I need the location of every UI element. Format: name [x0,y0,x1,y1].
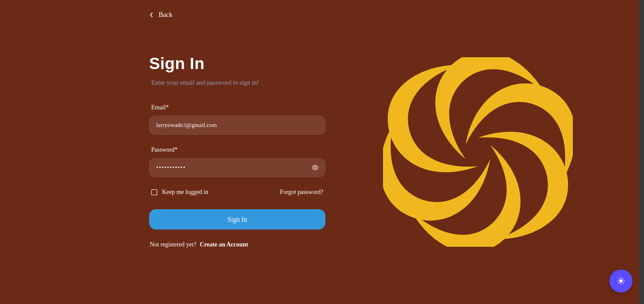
sun-icon [617,277,625,285]
back-link[interactable]: Back [149,11,173,19]
email-label: Email* [151,104,325,111]
back-label: Back [159,11,173,19]
password-field[interactable] [149,158,325,177]
svg-line-6 [618,278,619,279]
keep-logged-in-label: Keep me logged in [162,189,208,196]
page-subtitle: Enter your email and password to sign in… [151,79,325,86]
theme-toggle-button[interactable] [609,269,632,292]
eye-icon [311,164,319,171]
create-account-link[interactable]: Create an Account [200,241,248,248]
sign-in-form: Sign In Enter your email and password to… [149,54,325,248]
page-title: Sign In [149,54,325,73]
svg-line-8 [618,283,619,283]
email-field[interactable] [149,116,325,135]
svg-line-7 [623,283,623,283]
register-prompt: Not registered yet? [150,241,196,248]
toggle-password-visibility[interactable] [310,163,320,172]
scrollbar-track [639,0,644,304]
forgot-password-link[interactable]: Forgot password? [280,189,323,196]
password-label: Password* [151,146,325,153]
swirl-logo [383,57,573,247]
svg-line-9 [623,278,623,279]
sign-in-button[interactable]: Sign In [149,209,325,230]
svg-point-0 [314,167,316,169]
chevron-left-icon [149,13,154,17]
register-prompt-line: Not registered yet? Create an Account [150,241,325,248]
svg-point-1 [620,280,623,283]
keep-logged-in-checkbox[interactable] [151,189,157,195]
